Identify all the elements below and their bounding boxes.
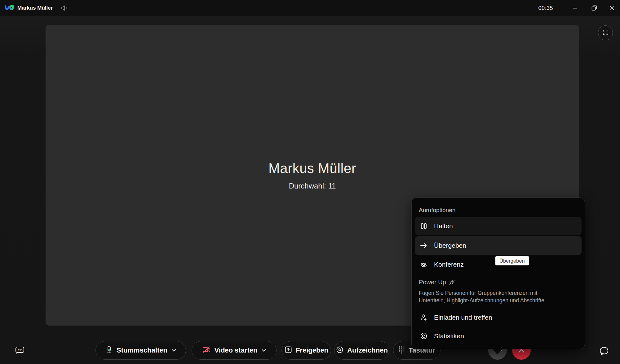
share-icon: [284, 346, 292, 355]
chat-button[interactable]: [598, 345, 611, 358]
closed-captions-icon: CC: [15, 346, 25, 356]
minimize-button[interactable]: [565, 0, 585, 16]
menu-item-transfer[interactable]: Übergeben: [415, 236, 582, 255]
menu-item-label: Einladen und treffen: [434, 314, 492, 321]
share-label: Freigeben: [296, 346, 328, 354]
call-options-menu: Anrufoptionen Halten Übergebe: [411, 198, 585, 349]
people-icon: [420, 261, 428, 268]
menu-title: Anrufoptionen: [419, 206, 585, 215]
rocket-icon: [449, 279, 455, 286]
restore-button[interactable]: [585, 0, 604, 16]
power-up-label: Power Up: [419, 279, 446, 286]
closed-captions-button[interactable]: CC: [14, 345, 26, 357]
webex-logo-icon: [4, 4, 14, 12]
menu-item-label: Übergeben: [434, 242, 466, 249]
mute-button[interactable]: Stummschalten: [95, 341, 186, 360]
participant-name-block: Markus Müller Durchwahl: 11: [46, 161, 579, 190]
svg-text:CC: CC: [18, 348, 22, 352]
window-title: Markus Müller: [17, 5, 53, 11]
start-video-label: Video starten: [215, 346, 258, 354]
record-label: Aufzeichnen: [347, 346, 388, 354]
power-up-description: Fügen Sie Personen für Gruppenkonferenze…: [419, 290, 585, 304]
dialpad-icon: [398, 346, 405, 355]
close-button[interactable]: [604, 0, 620, 16]
menu-item-statistics[interactable]: Statistiken: [415, 327, 582, 345]
stats-donut-icon: [420, 332, 428, 340]
speaker-icon: [61, 5, 69, 11]
fullscreen-icon: [603, 29, 609, 37]
menu-item-label: Halten: [434, 222, 453, 230]
share-button[interactable]: Freigeben: [281, 341, 331, 360]
menu-item-label: Konferenz: [434, 261, 464, 268]
person-add-icon: [420, 314, 428, 321]
titlebar: Markus Müller 00:35: [0, 0, 620, 16]
participant-name: Markus Müller: [46, 161, 579, 176]
menu-item-label: Statistiken: [434, 332, 464, 340]
transfer-tooltip: Übergeben: [495, 256, 529, 265]
microphone-icon: [105, 345, 113, 355]
arrow-right-icon: [420, 242, 428, 249]
chevron-down-icon[interactable]: [261, 349, 266, 352]
menu-item-invite-and-meet[interactable]: Einladen und treffen: [415, 309, 582, 326]
start-video-button[interactable]: Video starten: [192, 341, 277, 360]
camera-off-icon: [202, 346, 211, 355]
chat-bubble-icon: [600, 346, 609, 357]
webex-call-window: Markus Müller 00:35 Markus: [0, 0, 620, 364]
menu-item-hold[interactable]: Halten: [415, 217, 582, 235]
chevron-down-icon[interactable]: [171, 349, 176, 352]
call-stage: Markus Müller Durchwahl: 11 Anrufoptione…: [0, 16, 620, 364]
record-icon: [336, 346, 344, 355]
fullscreen-button[interactable]: [598, 25, 613, 40]
record-button[interactable]: Aufzeichnen: [334, 341, 389, 360]
participant-extension: Durchwahl: 11: [46, 182, 579, 190]
mute-label: Stummschalten: [117, 346, 167, 354]
power-up-header: Power Up: [419, 278, 585, 286]
call-timer: 00:35: [538, 5, 553, 11]
pause-icon: [420, 222, 428, 230]
